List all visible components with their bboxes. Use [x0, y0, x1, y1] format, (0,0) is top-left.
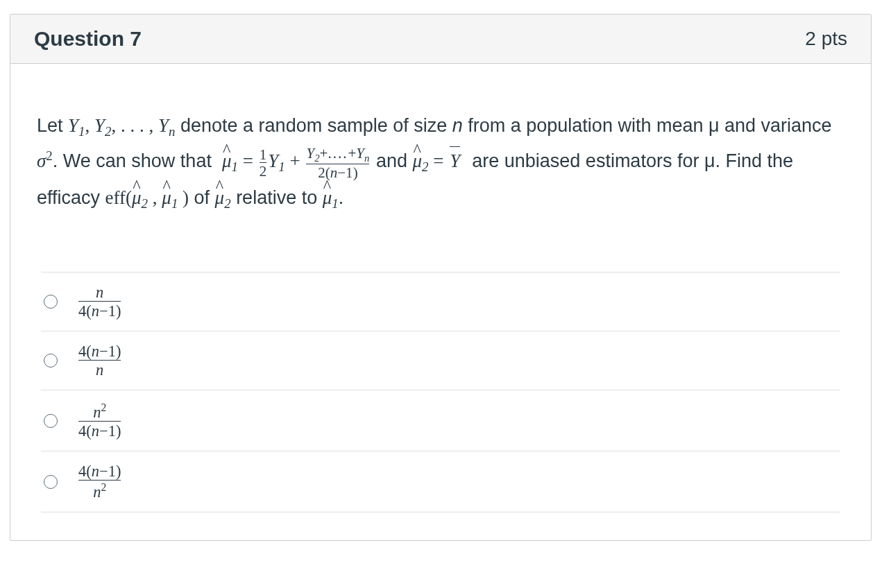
question-body: Let Y1, Y2, . . . , Yn denote a random s… [10, 64, 871, 540]
question-header: Question 7 2 pts [10, 15, 871, 64]
radio-icon[interactable] [44, 475, 58, 489]
answer-option[interactable]: 4(n−1)n opt2 [41, 331, 840, 390]
question-prompt: Let Y1, Y2, . . . , Yn denote a random s… [37, 109, 845, 216]
answer-label: 4(n−1)n [77, 343, 122, 378]
answer-label: 4(n−1)n2 [77, 463, 122, 500]
answer-option[interactable]: n24(n−1) opt3 [41, 390, 840, 451]
answer-option[interactable]: n4(n−1) opt1 [41, 272, 840, 331]
answer-label: n4(n−1) [77, 284, 122, 319]
radio-icon[interactable] [44, 295, 58, 309]
answer-list: n4(n−1) opt1 4(n−1)n opt2 n24(n−1) opt3 … [37, 272, 845, 512]
radio-icon[interactable] [44, 414, 58, 428]
radio-icon[interactable] [44, 354, 58, 368]
answer-option[interactable]: 4(n−1)n2 opt4 [41, 451, 840, 512]
question-card: Question 7 2 pts Let Y1, Y2, . . . , Yn … [10, 14, 872, 541]
question-title: Question 7 [34, 27, 142, 51]
question-points: 2 pts [805, 28, 847, 50]
answer-label: n24(n−1) [77, 402, 122, 439]
